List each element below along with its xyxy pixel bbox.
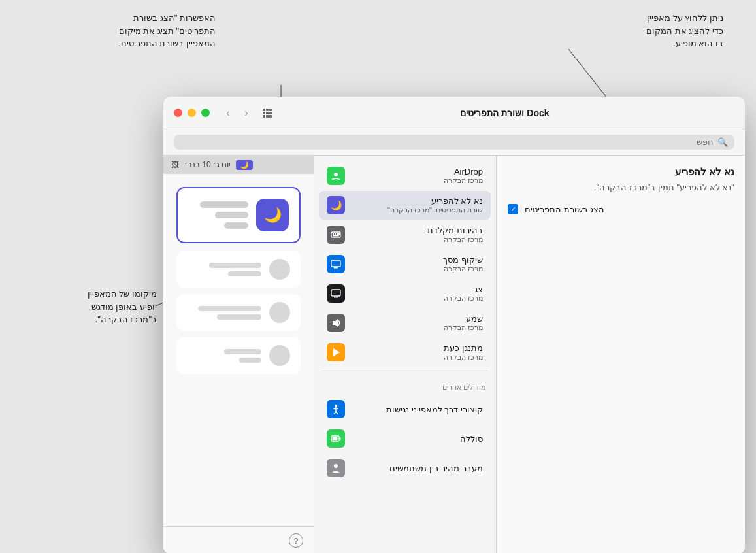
airdrop-icon xyxy=(327,167,345,185)
sidebar-item-battery-title: סוללה xyxy=(352,434,483,444)
row-line-2b xyxy=(217,314,261,320)
svg-rect-18 xyxy=(337,233,338,235)
sidebar-item-screensaver-title: שיקוף מסך xyxy=(352,255,483,265)
dnd-icon: 🌙 xyxy=(327,196,345,214)
forward-arrow[interactable]: › xyxy=(238,105,254,121)
row-line-3a xyxy=(224,349,261,354)
sidebar-item-keyboard-subtitle: מרכז הבקרה xyxy=(352,235,483,244)
dnd-moon-icon: 🌙 xyxy=(331,200,342,210)
setting-title: נא לא להפריע xyxy=(508,166,734,178)
svg-rect-16 xyxy=(333,233,334,235)
fastuser-icon xyxy=(327,459,345,477)
sidebar-item-sound-subtitle: מרכז הבקרה xyxy=(352,324,483,332)
status-moon-badge: 🌙 xyxy=(236,160,253,170)
sidebar-item-accessibility[interactable]: קיצורי דרך למאפייני נגישות xyxy=(319,395,491,424)
sidebar-item-screensaver-subtitle: מרכז הבקרה xyxy=(352,265,483,273)
app-line-3 xyxy=(224,222,248,229)
app-icon-preview: 🌙 xyxy=(256,199,289,231)
preview-area: 🌙 xyxy=(163,174,314,526)
checkbox-label: הצג בשורת התפריטים xyxy=(525,205,604,214)
annotation-top-right: ניתן ללחוץ על מאפיין כדי להציג את המקום … xyxy=(540,12,723,50)
svg-point-14 xyxy=(334,173,338,176)
sidebar-item-airdrop[interactable]: AirDrop מרכז הבקרה xyxy=(319,161,491,190)
window-title: Dock ושורת התפריטים xyxy=(275,108,734,118)
sidebar-item-dnd[interactable]: נא לא להפריע שורת התפריטים ו"מרכז הבקרה"… xyxy=(319,191,491,220)
sidebar-item-nowplaying-title: מתנגן כעת xyxy=(352,343,483,353)
titlebar: ‹ › Dock ושורת התפריטים xyxy=(163,97,745,129)
annotation-top-left: האפשרות "הצג בשורת התפריטים" תציג את מיק… xyxy=(33,12,216,50)
sound-icon xyxy=(327,314,345,332)
svg-rect-6 xyxy=(266,109,269,111)
sidebar-item-nowplaying-text: מתנגן כעת מרכז הבקרה xyxy=(352,343,483,361)
sidebar-item-screensaver-text: שיקוף מסך מרכז הבקרה xyxy=(352,255,483,273)
search-input[interactable] xyxy=(180,137,714,147)
sidebar-item-display-subtitle: מרכז הבקרה xyxy=(352,294,483,303)
sidebar-item-fastuser-title: מעבר מהיר בין משתמשים xyxy=(352,463,483,473)
back-arrow[interactable]: ‹ xyxy=(220,105,236,121)
other-section-label: מודולים אחרים xyxy=(314,375,496,394)
svg-line-31 xyxy=(336,412,338,414)
row-circle-3 xyxy=(269,345,290,366)
close-button[interactable] xyxy=(174,109,182,117)
row-line-1b xyxy=(228,271,261,276)
keyboard-icon xyxy=(327,226,345,244)
row-lines-3 xyxy=(187,349,261,363)
sidebar-item-dnd-text: נא לא להפריע שורת התפריטים ו"מרכז הבקרה" xyxy=(352,196,483,214)
minimize-button[interactable] xyxy=(188,109,196,117)
sidebar-item-airdrop-text: AirDrop מרכז הבקרה xyxy=(352,167,483,185)
svg-rect-9 xyxy=(266,112,269,114)
main-content: 🌙 יום ג׳ 10 בנב׳ 🖼 🌙 xyxy=(163,156,314,553)
sidebar-item-airdrop-title: AirDrop xyxy=(352,167,483,176)
help-button[interactable]: ? xyxy=(289,533,303,548)
bottom-bar: ? xyxy=(163,526,314,553)
sidebar-item-dnd-subtitle: שורת התפריטים ו"מרכז הבקרה" xyxy=(352,206,483,214)
status-bar: 🌙 יום ג׳ 10 בנב׳ 🖼 xyxy=(163,156,314,174)
status-time: יום ג׳ 10 בנב׳ xyxy=(184,160,231,169)
row-lines-2 xyxy=(187,306,261,320)
sidebar-item-sound-title: שמע xyxy=(352,314,483,324)
sidebar-item-screensaver[interactable]: שיקוף מסך מרכז הבקרה xyxy=(319,250,491,278)
dnd-moon-icon: 🌙 xyxy=(264,207,282,224)
svg-rect-5 xyxy=(263,109,265,111)
nowplaying-icon xyxy=(327,343,345,361)
sidebar-item-keyboard-text: בהירות מקלדת מרכז הבקרה xyxy=(352,226,483,244)
sidebar-item-dnd-title: נא לא להפריע xyxy=(352,196,483,206)
app-preview-card: 🌙 xyxy=(176,187,301,243)
sidebar-item-battery-text: סוללה xyxy=(352,434,483,444)
sidebar-item-sound[interactable]: שמע מרכז הבקרה xyxy=(319,309,491,337)
sidebar-divider xyxy=(321,371,488,371)
display-icon xyxy=(327,284,345,303)
menubar-checkbox[interactable]: ✓ xyxy=(508,204,518,214)
row-line-2a xyxy=(198,306,261,311)
app-line-1 xyxy=(200,201,248,208)
sidebar-item-airdrop-subtitle: מרכז הבקרה xyxy=(352,176,483,185)
sidebar-item-accessibility-text: קיצורי דרך למאפייני נגישות xyxy=(352,405,483,414)
sidebar-item-battery[interactable]: סוללה xyxy=(319,424,491,453)
svg-rect-34 xyxy=(333,437,338,441)
row-line-1a xyxy=(209,263,261,268)
svg-rect-33 xyxy=(340,437,341,440)
checkbox-row: הצג בשורת התפריטים ✓ xyxy=(508,204,734,214)
svg-rect-19 xyxy=(338,233,340,235)
svg-rect-23 xyxy=(331,290,340,296)
sidebar-item-nowplaying[interactable]: מתנגן כעת מרכז הבקרה xyxy=(319,338,491,367)
row-circle-2 xyxy=(269,302,290,323)
svg-rect-7 xyxy=(269,109,272,111)
setting-desc: "נא לא להפריע" תמין ב"מרכז הבקרה". xyxy=(508,182,734,193)
window-controls xyxy=(174,109,210,117)
svg-point-27 xyxy=(335,405,337,407)
screensaver-icon xyxy=(327,255,345,273)
sidebar-item-display[interactable]: צג מרכז הבקרה xyxy=(319,279,491,308)
grid-button[interactable] xyxy=(259,105,275,121)
svg-rect-24 xyxy=(334,297,338,298)
svg-rect-8 xyxy=(263,112,265,114)
battery-icon xyxy=(327,429,345,448)
search-input-wrap[interactable]: 🔍 xyxy=(174,135,734,150)
sidebar-item-fastuser[interactable]: מעבר מהיר בין משתמשים xyxy=(319,454,491,482)
sidebar-item-keyboard-title: בהירות מקלדת xyxy=(352,226,483,235)
sidebar-item-accessibility-title: קיצורי דרך למאפייני נגישות xyxy=(352,405,483,414)
content-row-1 xyxy=(176,251,301,288)
accessibility-icon xyxy=(327,400,345,418)
maximize-button[interactable] xyxy=(201,109,210,117)
sidebar-item-keyboard[interactable]: בהירות מקלדת מרכז הבקרה xyxy=(319,220,491,249)
